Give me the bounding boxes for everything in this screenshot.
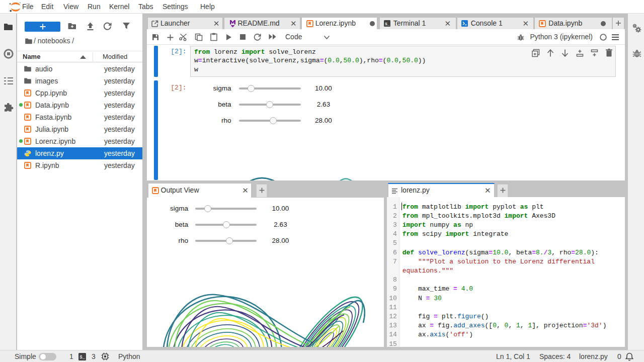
svg-text:$_: $_ bbox=[79, 355, 85, 360]
svg-text:$_: $_ bbox=[385, 22, 390, 26]
